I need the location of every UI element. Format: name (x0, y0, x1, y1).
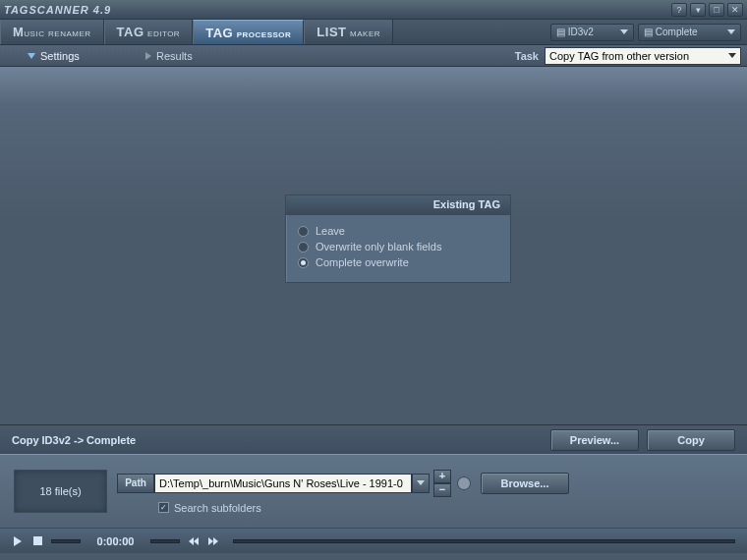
status-row: Copy ID3v2 -> Complete Preview... Copy (0, 424, 747, 454)
triangle-right-icon (145, 52, 151, 60)
help-button[interactable]: ? (671, 3, 687, 17)
subtab-settings[interactable]: Settings (18, 45, 136, 67)
play-icon (14, 536, 22, 546)
status-text: Copy ID3v2 -> Complete (12, 434, 543, 446)
triangle-down-icon (28, 53, 35, 59)
tag-format-value: ID3v2 (568, 27, 594, 37)
browse-button[interactable]: Browse... (481, 473, 569, 494)
main-tab-bar: Music renamer TAG editor TAG processor L… (0, 20, 747, 45)
task-dropdown[interactable]: Copy TAG from other version (545, 47, 741, 65)
footer: 18 file(s) Path + − Browse... ✓ Search s… (0, 454, 747, 560)
radio-leave-label: Leave (316, 225, 345, 237)
chevron-down-icon (728, 53, 736, 58)
tab-music-renamer[interactable]: Music renamer (0, 20, 104, 44)
add-button[interactable]: + (433, 470, 451, 483)
search-subfolders-label: Search subfolders (174, 502, 261, 514)
task-label: Task (515, 50, 539, 62)
remove-button[interactable]: − (433, 483, 451, 497)
tab-spacer (393, 20, 545, 44)
chevron-down-icon (620, 29, 628, 34)
seek-pre[interactable] (51, 539, 81, 543)
footer-top: 18 file(s) Path + − Browse... ✓ Search s… (0, 455, 747, 528)
subtab-settings-label: Settings (40, 50, 80, 62)
rewind-button[interactable] (188, 535, 200, 547)
tag-mode-dropdown[interactable]: ▤ Complete (638, 24, 741, 41)
subtab-results[interactable]: Results (136, 45, 254, 67)
tag-format-dropdown[interactable]: ▤ ID3v2 (550, 24, 634, 41)
window-controls: ? ▾ □ ✕ (671, 3, 743, 17)
radio-overwrite-blank-label: Overwrite only blank fields (316, 241, 441, 252)
tag-mode-value: Complete (656, 27, 698, 37)
forward-button[interactable] (207, 535, 219, 547)
seek-post[interactable] (150, 539, 180, 543)
radio-complete-overwrite-label: Complete overwrite (316, 256, 409, 268)
chevron-down-icon (417, 480, 425, 485)
path-history-dropdown[interactable] (412, 474, 430, 493)
checkbox-checked-icon: ✓ (158, 502, 169, 513)
preview-button[interactable]: Preview... (550, 429, 639, 451)
radio-icon-selected (298, 257, 309, 268)
sub-tab-bar: Settings Results Task Copy TAG from othe… (0, 45, 747, 67)
copy-button[interactable]: Copy (647, 429, 735, 451)
radio-icon (298, 226, 309, 237)
panel-title: Existing TAG (286, 196, 510, 215)
record-indicator[interactable] (457, 476, 471, 490)
task-value: Copy TAG from other version (549, 50, 689, 62)
panel-body: Leave Overwrite only blank fields Comple… (286, 215, 510, 282)
player-bar: 0:00:00 (0, 528, 747, 553)
radio-icon (298, 242, 309, 252)
title-bar: TAGSCANNER 4.9 ? ▾ □ ✕ (0, 0, 747, 20)
tab-tag-editor[interactable]: TAG editor (104, 20, 194, 44)
subtab-results-label: Results (156, 50, 193, 62)
task-area: Task Copy TAG from other version (515, 47, 747, 65)
player-time: 0:00:00 (88, 535, 143, 547)
path-area: Path + − Browse... ✓ Search subfolders (117, 470, 733, 514)
existing-tag-panel: Existing TAG Leave Overwrite only blank … (285, 195, 511, 283)
minimize-button[interactable]: ▾ (690, 3, 706, 17)
tab-tag-processor[interactable]: TAG processor (193, 20, 304, 44)
app-title: TAGSCANNER 4.9 (4, 4, 671, 16)
path-input[interactable] (154, 474, 412, 493)
tag-format-area: ▤ ID3v2 ▤ Complete (545, 20, 747, 44)
maximize-button[interactable]: □ (709, 3, 724, 17)
add-remove-stack: + − (433, 470, 451, 497)
progress-bar[interactable] (233, 539, 735, 543)
radio-overwrite-blank[interactable]: Overwrite only blank fields (298, 239, 498, 254)
content-area: Existing TAG Leave Overwrite only blank … (0, 67, 747, 454)
tab-list-maker[interactable]: LIST maker (304, 20, 393, 44)
file-count-box[interactable]: 18 file(s) (14, 470, 107, 513)
close-button[interactable]: ✕ (727, 3, 743, 17)
chevron-down-icon (727, 29, 735, 34)
radio-leave[interactable]: Leave (298, 223, 498, 239)
stop-button[interactable] (31, 535, 43, 547)
path-row: Path + − Browse... (117, 470, 733, 497)
stop-icon (33, 536, 42, 545)
play-button[interactable] (12, 535, 24, 547)
radio-complete-overwrite[interactable]: Complete overwrite (298, 254, 498, 270)
path-label: Path (117, 474, 154, 493)
search-subfolders-checkbox[interactable]: ✓ Search subfolders (158, 502, 733, 514)
